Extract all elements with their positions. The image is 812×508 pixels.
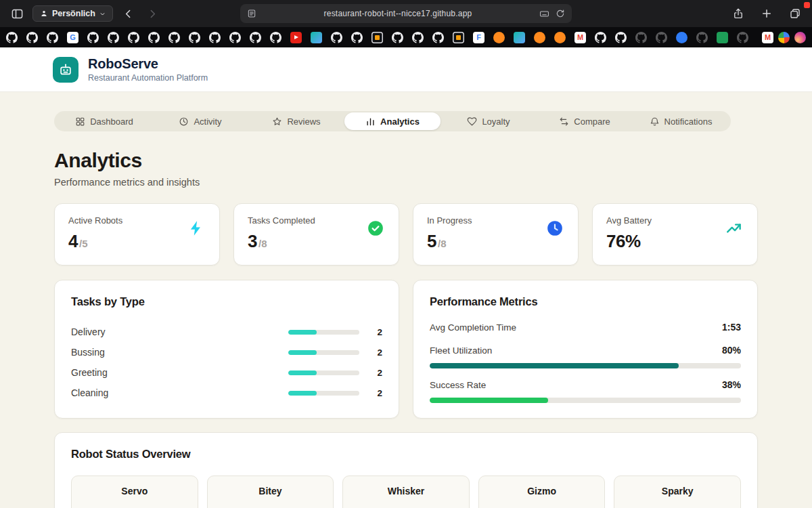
sidebar-toggle-icon[interactable]	[8, 5, 26, 22]
photos-favicon[interactable]	[778, 32, 790, 43]
robot-box-whisker[interactable]: Whisker	[342, 475, 470, 508]
tab-label: Notifications	[664, 117, 713, 127]
tab-activity[interactable]: Activity	[152, 112, 248, 130]
stat-label: Avg Battery	[606, 215, 744, 226]
task-progress-bar	[288, 330, 359, 335]
github-dim-favicon[interactable]	[635, 32, 647, 43]
github-favicon[interactable]	[189, 32, 200, 43]
github-favicon[interactable]	[270, 32, 281, 43]
github-favicon[interactable]	[47, 32, 58, 43]
app-frame-favicon[interactable]	[371, 32, 383, 43]
tab-label: Compare	[574, 117, 610, 127]
reload-icon[interactable]	[554, 7, 566, 20]
app-teal-favicon[interactable]	[311, 32, 322, 43]
url-bar[interactable]: restaurant-robot-int--nicce17.github.app	[240, 4, 572, 23]
reader-icon[interactable]	[246, 7, 258, 20]
tab-label: Loyalty	[482, 117, 510, 127]
page-title: Analytics	[54, 149, 758, 172]
stat-card-avg-battery: Avg Battery 76%	[592, 203, 758, 266]
stat-value: 5	[427, 231, 436, 252]
app-blue-favicon[interactable]	[676, 32, 687, 43]
github-dim-favicon[interactable]	[696, 32, 708, 43]
profile-label: Persönlich	[52, 9, 95, 18]
metric-label: Success Rate	[430, 380, 486, 390]
chevron-down-icon	[99, 11, 106, 17]
task-type-row: Greeting 2	[71, 362, 382, 383]
github-favicon[interactable]	[148, 32, 160, 43]
app-frame-favicon[interactable]	[453, 32, 464, 43]
github-favicon[interactable]	[595, 32, 606, 43]
tab-compare[interactable]: Compare	[537, 112, 633, 130]
tab-dashboard[interactable]: Dashboard	[56, 112, 152, 130]
metric-row: Success Rate 38%	[430, 378, 741, 403]
github-dim-favicon[interactable]	[737, 32, 748, 43]
robot-box-bitey[interactable]: Bitey	[207, 475, 334, 508]
instagram-favicon[interactable]	[794, 32, 806, 43]
github-favicon[interactable]	[331, 32, 342, 43]
robot-name: Gizmo	[479, 486, 605, 496]
github-favicon[interactable]	[351, 32, 363, 43]
app-orange-favicon[interactable]	[493, 32, 505, 43]
app-green-favicon[interactable]	[717, 32, 728, 43]
youtube-favicon[interactable]	[290, 32, 302, 43]
robot-box-sparky[interactable]: Sparky	[614, 475, 741, 508]
task-type-label: Bussing	[71, 347, 105, 358]
app-teal-favicon[interactable]	[514, 32, 525, 43]
task-progress-bar	[288, 350, 359, 355]
github-favicon[interactable]	[26, 32, 38, 43]
stat-suffix: /5	[79, 238, 88, 249]
github-favicon[interactable]	[108, 32, 119, 43]
new-tab-icon[interactable]	[758, 5, 775, 22]
app-f-favicon[interactable]: F	[473, 32, 484, 43]
task-type-label: Delivery	[71, 326, 106, 337]
page-subtitle: Performance metrics and insights	[54, 177, 758, 188]
metric-value: 38%	[722, 379, 741, 390]
github-dim-favicon[interactable]	[656, 32, 667, 43]
keyboard-icon[interactable]	[538, 7, 550, 20]
gmail-favicon[interactable]: M	[574, 32, 586, 43]
nav-tabs: Dashboard Activity Reviews Analytics Loy…	[54, 111, 731, 131]
robot-box-gizmo[interactable]: Gizmo	[478, 475, 606, 508]
github-favicon[interactable]	[6, 32, 18, 43]
github-favicon[interactable]	[412, 32, 424, 43]
stat-value: 76%	[606, 231, 641, 252]
tab-reviews[interactable]: Reviews	[248, 112, 344, 130]
card-title: Performance Metrics	[430, 295, 741, 308]
favorites-bar-right: M	[762, 32, 806, 43]
github-favicon[interactable]	[229, 32, 241, 43]
robot-icon	[58, 62, 73, 77]
metric-row: Avg Completion Time 1:53	[430, 320, 741, 334]
github-favicon[interactable]	[128, 32, 139, 43]
tab-overview-icon[interactable]	[786, 5, 804, 22]
app-orange-favicon[interactable]	[554, 32, 566, 43]
robot-name: Whisker	[343, 486, 469, 496]
github-favicon[interactable]	[432, 32, 444, 43]
google-favicon[interactable]: G	[67, 32, 78, 43]
metric-label: Avg Completion Time	[430, 322, 516, 333]
metric-value: 1:53	[722, 322, 741, 333]
robot-box-servo[interactable]: Servo	[71, 475, 198, 508]
back-button[interactable]	[120, 5, 137, 22]
clock-icon	[179, 117, 189, 127]
tab-loyalty[interactable]: Loyalty	[441, 112, 537, 130]
github-favicon[interactable]	[209, 32, 221, 43]
tab-analytics[interactable]: Analytics	[344, 112, 441, 130]
github-favicon[interactable]	[168, 32, 180, 43]
metric-progress-bar	[430, 363, 741, 368]
metric-label: Fleet Utilization	[430, 345, 492, 356]
gmail-favicon[interactable]: M	[762, 32, 773, 43]
stat-label: In Progress	[427, 215, 564, 226]
share-icon[interactable]	[729, 5, 747, 22]
forward-button[interactable]	[144, 5, 162, 22]
github-favicon[interactable]	[87, 32, 99, 43]
github-favicon[interactable]	[392, 32, 403, 43]
task-type-count: 2	[359, 327, 382, 337]
tab-notifications[interactable]: Notifications	[633, 112, 729, 130]
robot-status-card: Robot Status Overview Servo Bitey Whiske…	[54, 432, 758, 508]
tab-label: Analytics	[380, 117, 420, 127]
app-orange-favicon[interactable]	[534, 32, 545, 43]
profile-button[interactable]: Persönlich	[32, 5, 113, 22]
github-favicon[interactable]	[250, 32, 261, 43]
github-favicon[interactable]	[615, 32, 627, 43]
bar-chart-icon	[365, 117, 376, 127]
